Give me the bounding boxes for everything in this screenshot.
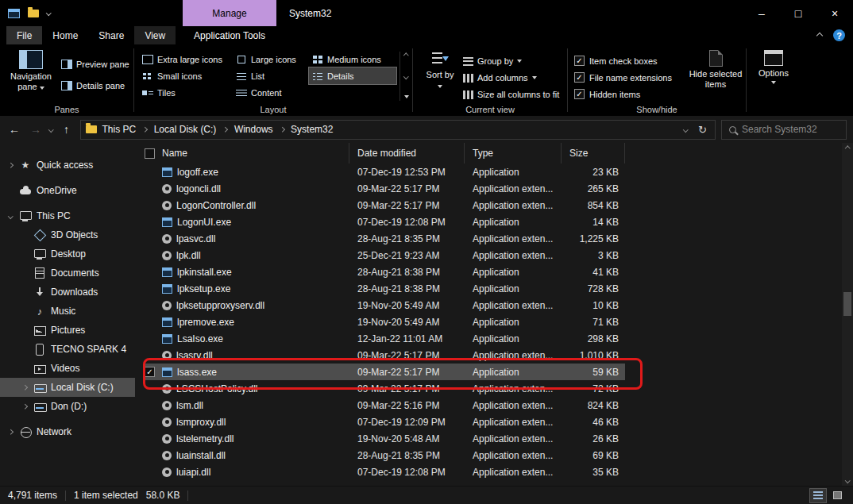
- file-row-logonui-exe[interactable]: LogonUI.exe07-Dec-19 12:08 PMApplication…: [145, 214, 625, 230]
- thumbnails-view-button[interactable]: [829, 489, 845, 502]
- forward-button[interactable]: →: [28, 123, 44, 136]
- scroll-up-icon[interactable]: [845, 146, 850, 151]
- breadcrumb-segment-this-pc[interactable]: This PC: [98, 124, 141, 135]
- layout-option-tiles[interactable]: Tiles: [139, 84, 233, 101]
- options-button[interactable]: Options: [751, 48, 797, 86]
- layout-gallery-scrollbar[interactable]: [399, 52, 410, 101]
- layout-option-details[interactable]: Details: [309, 67, 396, 84]
- navigation-pane-button[interactable]: Navigation pane: [5, 48, 57, 94]
- tab-home[interactable]: Home: [42, 26, 88, 44]
- navigation-pane-icon: [19, 50, 43, 69]
- sidebar-item-desktop[interactable]: Desktop: [0, 244, 135, 264]
- back-button[interactable]: ←: [6, 123, 22, 136]
- search-input[interactable]: [742, 124, 839, 135]
- tab-application-tools[interactable]: Application Tools: [183, 26, 276, 44]
- refresh-icon[interactable]: ↻: [698, 124, 707, 136]
- tab-share[interactable]: Share: [88, 26, 134, 44]
- file-row-lsass-exe[interactable]: ✓lsass.exe09-Mar-22 5:17 PMApplication59…: [145, 364, 625, 380]
- sidebar-item-tecno-spark-4[interactable]: TECNO SPARK 4: [0, 340, 135, 359]
- sidebar-item-music[interactable]: Music: [0, 302, 135, 321]
- tab-file[interactable]: File: [6, 26, 42, 44]
- expander-right-icon[interactable]: [6, 164, 14, 167]
- vertical-scrollbar[interactable]: [842, 143, 853, 486]
- column-header-name[interactable]: Name: [145, 143, 349, 164]
- sidebar-item-3d-objects[interactable]: 3D Objects: [0, 225, 135, 244]
- details-view-button[interactable]: [810, 489, 826, 502]
- maximize-button[interactable]: □: [780, 0, 816, 26]
- sort-by-button[interactable]: Sort by: [421, 48, 459, 92]
- preview-pane-button[interactable]: Preview pane: [57, 56, 133, 72]
- column-header-type[interactable]: Type: [465, 143, 562, 164]
- recent-locations-chevron-icon[interactable]: [48, 127, 53, 132]
- sidebar-item-network[interactable]: Network: [0, 422, 135, 441]
- size-all-columns-button[interactable]: Size all columns to fit: [459, 87, 563, 102]
- sidebar-item-don-d[interactable]: Don (D:): [0, 397, 135, 416]
- file-row-lpkinstall-exe[interactable]: lpkinstall.exe28-Aug-21 8:38 PMApplicati…: [145, 264, 625, 280]
- file-row-lpksetupproxyserv-dll[interactable]: lpksetupproxyserv.dll19-Nov-20 5:49 AMAp…: [145, 297, 625, 314]
- expander-right-icon[interactable]: [21, 405, 29, 409]
- scrollbar-thumb[interactable]: [843, 292, 851, 316]
- layout-option-list[interactable]: List: [233, 67, 309, 84]
- breadcrumb-segment-local-disk-c[interactable]: Local Disk (C:): [150, 124, 221, 135]
- layout-option-large-icons[interactable]: Large icons: [233, 51, 309, 67]
- sidebar-item-local-disk-c[interactable]: Local Disk (C:): [0, 378, 135, 397]
- sidebar-item-documents[interactable]: Documents: [0, 264, 135, 283]
- select-all-checkbox[interactable]: [145, 148, 155, 159]
- expander-right-icon[interactable]: [21, 386, 29, 390]
- sidebar-item-downloads[interactable]: Downloads: [0, 283, 135, 302]
- sidebar-item-pictures[interactable]: Pictures: [0, 321, 135, 340]
- checkbox-hidden-items[interactable]: ✓Hidden items: [574, 89, 685, 99]
- add-columns-button[interactable]: Add columns: [459, 70, 563, 86]
- row-checkbox-icon[interactable]: ✓: [145, 367, 155, 377]
- help-icon[interactable]: ?: [833, 29, 845, 41]
- gallery-scroll-down-icon[interactable]: [403, 74, 408, 79]
- file-row-lsaiso-exe[interactable]: LsaIso.exe12-Jan-22 11:01 AMApplication2…: [145, 330, 625, 347]
- qat-customize-chevron-icon[interactable]: [46, 10, 51, 15]
- file-row-lsasrv-dll[interactable]: lsasrv.dll09-Mar-22 5:17 PMApplication e…: [145, 347, 625, 364]
- layout-option-content[interactable]: Content: [233, 84, 309, 101]
- up-button[interactable]: ↑: [59, 123, 75, 136]
- search-box[interactable]: [721, 120, 847, 140]
- file-row-lscshostpolicy-dll[interactable]: LSCSHostPolicy.dll09-Mar-22 5:17 PMAppli…: [145, 380, 625, 397]
- layout-option-small-icons[interactable]: Small icons: [139, 67, 233, 84]
- address-dropdown-chevron-icon[interactable]: [683, 127, 688, 132]
- breadcrumb-segment-system32[interactable]: System32: [287, 124, 337, 135]
- file-row-lpksetup-exe[interactable]: lpksetup.exe28-Aug-21 8:38 PMApplication…: [145, 280, 625, 297]
- file-row-lstelemetry-dll[interactable]: lstelemetry.dll19-Nov-20 5:48 AMApplicat…: [145, 430, 625, 447]
- file-row-luainstall-dll[interactable]: luainstall.dll28-Aug-21 8:35 PMApplicati…: [145, 447, 625, 464]
- layout-option-extra-large-icons[interactable]: Extra large icons: [139, 51, 233, 67]
- manage-contextual-tab[interactable]: Manage: [183, 0, 276, 26]
- address-bar[interactable]: This PCLocal Disk (C:)WindowsSystem32 ↻: [80, 120, 716, 140]
- file-row-lpasvc-dll[interactable]: lpasvc.dll28-Aug-21 8:35 PMApplication e…: [145, 230, 625, 247]
- group-by-button[interactable]: Group by: [459, 53, 563, 69]
- column-header-size[interactable]: Size: [562, 143, 625, 164]
- details-pane-button[interactable]: Details pane: [57, 78, 133, 94]
- sidebar-item-onedrive[interactable]: OneDrive: [0, 181, 135, 200]
- file-row-logoncli-dll[interactable]: logoncli.dll09-Mar-22 5:17 PMApplication…: [145, 180, 625, 197]
- file-row-lsmproxy-dll[interactable]: lsmproxy.dll07-Dec-19 12:09 PMApplicatio…: [145, 414, 625, 430]
- collapse-ribbon-chevron-icon[interactable]: [816, 32, 823, 38]
- sidebar-item-quick-access[interactable]: Quick access: [0, 156, 135, 175]
- tab-view[interactable]: View: [134, 26, 176, 44]
- expander-right-icon[interactable]: [6, 430, 14, 434]
- breadcrumb-segment-windows[interactable]: Windows: [230, 124, 277, 135]
- scroll-down-icon[interactable]: [845, 478, 850, 483]
- layout-option-medium-icons[interactable]: Medium icons: [309, 51, 396, 67]
- expander-down-icon[interactable]: [6, 214, 14, 218]
- minimize-button[interactable]: –: [743, 0, 780, 26]
- file-row-logoff-exe[interactable]: logoff.exe07-Dec-19 12:53 PMApplication2…: [145, 164, 625, 180]
- file-row-luiapi-dll[interactable]: luiapi.dll07-Dec-19 12:08 PMApplication …: [145, 464, 625, 480]
- sidebar-item-this-pc[interactable]: This PC: [0, 206, 135, 225]
- sidebar-item-videos[interactable]: Videos: [0, 359, 135, 378]
- hide-selected-items-button[interactable]: Hide selected items: [685, 48, 746, 91]
- file-row-logoncontroller-dll[interactable]: LogonController.dll09-Mar-22 5:17 PMAppl…: [145, 197, 625, 214]
- gallery-more-icon[interactable]: [404, 95, 409, 98]
- gallery-scroll-up-icon[interactable]: [403, 53, 408, 58]
- checkbox-item-check-boxes[interactable]: ✓Item check boxes: [574, 56, 685, 66]
- file-row-lpk-dll[interactable]: lpk.dll25-Dec-21 9:23 AMApplication exte…: [145, 247, 625, 264]
- checkbox-file-name-extensions[interactable]: ✓File name extensions: [574, 72, 685, 83]
- close-button[interactable]: ×: [816, 0, 853, 26]
- column-header-date-modified[interactable]: Date modified: [349, 143, 465, 164]
- file-row-lsm-dll[interactable]: lsm.dll09-Mar-22 5:16 PMApplication exte…: [145, 397, 625, 414]
- file-row-lpremove-exe[interactable]: lpremove.exe19-Nov-20 5:49 AMApplication…: [145, 314, 625, 330]
